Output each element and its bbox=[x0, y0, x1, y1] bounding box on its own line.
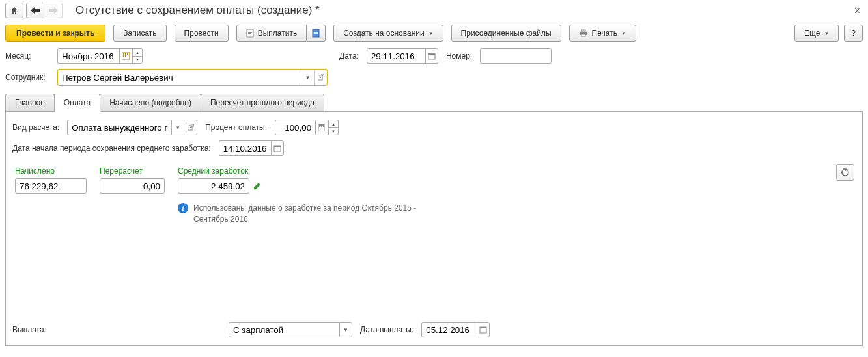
svg-rect-29 bbox=[480, 327, 486, 328]
pay-date-input[interactable] bbox=[421, 322, 477, 337]
recalc-input[interactable] bbox=[100, 178, 165, 194]
edit-avg-button[interactable] bbox=[253, 182, 261, 190]
pay-date-label: Дата выплаты: bbox=[360, 325, 413, 334]
pay-date-picker[interactable] bbox=[477, 322, 490, 337]
tab-main[interactable]: Главное bbox=[5, 94, 55, 111]
more-button[interactable]: Еще ▼ bbox=[794, 25, 839, 42]
post-button[interactable]: Провести bbox=[175, 25, 229, 42]
printer-icon bbox=[579, 29, 588, 37]
month-input[interactable] bbox=[57, 48, 119, 64]
employee-dropdown[interactable]: ▼ bbox=[301, 70, 314, 85]
arrow-left-icon bbox=[31, 7, 40, 14]
calendar-icon bbox=[479, 326, 487, 334]
print-label: Печать bbox=[592, 29, 617, 38]
accrued-input[interactable] bbox=[15, 178, 87, 194]
calendar-icon bbox=[428, 52, 436, 60]
calendar-icon bbox=[273, 144, 281, 152]
month-up[interactable]: ▲ bbox=[132, 48, 143, 56]
create-from-button[interactable]: Создать на основании ▼ bbox=[333, 25, 443, 42]
calc-type-dropdown[interactable]: ▼ bbox=[171, 120, 184, 135]
list-icon bbox=[312, 29, 320, 38]
chevron-down-icon: ▼ bbox=[621, 31, 626, 36]
calculator-icon bbox=[318, 124, 325, 131]
more-label: Еще bbox=[804, 29, 820, 38]
tab-accrued[interactable]: Начислено (подробно) bbox=[100, 94, 201, 111]
pay-type-dropdown[interactable]: ▼ bbox=[339, 322, 352, 337]
svg-rect-12 bbox=[123, 53, 124, 55]
arrow-right-icon bbox=[49, 7, 58, 14]
period-start-input[interactable] bbox=[219, 140, 271, 156]
date-label: Дата: bbox=[339, 51, 359, 60]
calendar-grid-icon bbox=[122, 52, 130, 60]
employee-input[interactable] bbox=[58, 70, 301, 85]
chevron-down-icon: ▼ bbox=[428, 31, 434, 36]
svg-rect-2 bbox=[248, 32, 252, 33]
pay-label: Выплатить bbox=[258, 29, 298, 38]
post-and-close-button[interactable]: Провести и закрыть bbox=[5, 25, 105, 42]
svg-rect-19 bbox=[318, 75, 322, 80]
svg-rect-16 bbox=[125, 55, 126, 57]
home-button[interactable] bbox=[5, 3, 23, 18]
calc-type-input[interactable] bbox=[67, 120, 171, 135]
accrued-label: Начислено bbox=[15, 166, 87, 176]
svg-rect-13 bbox=[125, 53, 126, 55]
percent-up[interactable]: ▲ bbox=[328, 120, 339, 127]
save-button[interactable]: Записать bbox=[113, 25, 166, 42]
pay-dropdown[interactable] bbox=[307, 25, 326, 42]
number-input[interactable] bbox=[480, 48, 552, 64]
svg-rect-9 bbox=[581, 30, 585, 32]
tab-payment[interactable]: Оплата bbox=[54, 94, 100, 111]
svg-rect-20 bbox=[188, 126, 192, 130]
chevron-down-icon: ▼ bbox=[824, 31, 829, 36]
number-label: Номер: bbox=[446, 51, 472, 60]
svg-rect-1 bbox=[248, 31, 252, 31]
svg-rect-18 bbox=[428, 53, 435, 55]
svg-rect-27 bbox=[274, 146, 281, 147]
recalc-label: Перерасчет bbox=[100, 166, 165, 176]
close-button[interactable]: × bbox=[854, 5, 860, 17]
tab-recalc[interactable]: Пересчет прошлого периода bbox=[201, 94, 324, 111]
svg-rect-5 bbox=[314, 31, 318, 31]
pencil-icon bbox=[253, 182, 261, 190]
create-from-label: Создать на основании bbox=[343, 29, 425, 38]
percent-input[interactable] bbox=[275, 120, 315, 135]
info-icon: i bbox=[178, 203, 188, 213]
percent-calc-button[interactable] bbox=[315, 120, 328, 135]
calc-type-open[interactable] bbox=[184, 120, 197, 135]
help-button[interactable]: ? bbox=[844, 25, 863, 42]
employee-open[interactable] bbox=[314, 70, 327, 85]
document-icon bbox=[246, 29, 254, 38]
print-button[interactable]: Печать ▼ bbox=[569, 25, 636, 42]
month-picker-button[interactable] bbox=[119, 48, 132, 64]
svg-rect-14 bbox=[127, 53, 128, 55]
date-input[interactable] bbox=[367, 48, 425, 64]
date-picker-button[interactable] bbox=[425, 48, 438, 64]
page-title: Отсутствие с сохранением оплаты (создани… bbox=[76, 4, 320, 17]
pay-button[interactable]: Выплатить bbox=[236, 25, 307, 42]
period-start-label: Дата начала периода сохранения среднего … bbox=[12, 144, 211, 153]
back-button[interactable] bbox=[26, 3, 44, 18]
refresh-button[interactable] bbox=[836, 164, 854, 181]
avg-input[interactable] bbox=[178, 178, 249, 194]
svg-rect-15 bbox=[123, 55, 124, 57]
svg-rect-7 bbox=[314, 33, 318, 34]
avg-label: Средний заработок bbox=[178, 166, 428, 176]
pay-type-input[interactable] bbox=[229, 322, 339, 337]
percent-down[interactable]: ▼ bbox=[328, 127, 339, 135]
percent-label: Процент оплаты: bbox=[205, 123, 267, 132]
calc-type-label: Вид расчета: bbox=[12, 123, 59, 132]
svg-rect-6 bbox=[314, 32, 318, 33]
refresh-icon bbox=[841, 168, 850, 177]
open-icon bbox=[318, 74, 324, 81]
svg-rect-23 bbox=[319, 126, 320, 127]
employee-label: Сотрудник: bbox=[5, 73, 49, 82]
svg-rect-25 bbox=[323, 126, 324, 127]
month-down[interactable]: ▼ bbox=[132, 56, 143, 64]
month-label: Месяц: bbox=[5, 51, 49, 60]
svg-rect-24 bbox=[321, 126, 322, 127]
home-icon bbox=[10, 6, 19, 15]
period-start-picker[interactable] bbox=[271, 140, 284, 156]
svg-rect-10 bbox=[581, 34, 585, 36]
files-button[interactable]: Присоединенные файлы bbox=[451, 25, 561, 42]
info-text: Использованы данные о заработке за перио… bbox=[193, 203, 428, 225]
